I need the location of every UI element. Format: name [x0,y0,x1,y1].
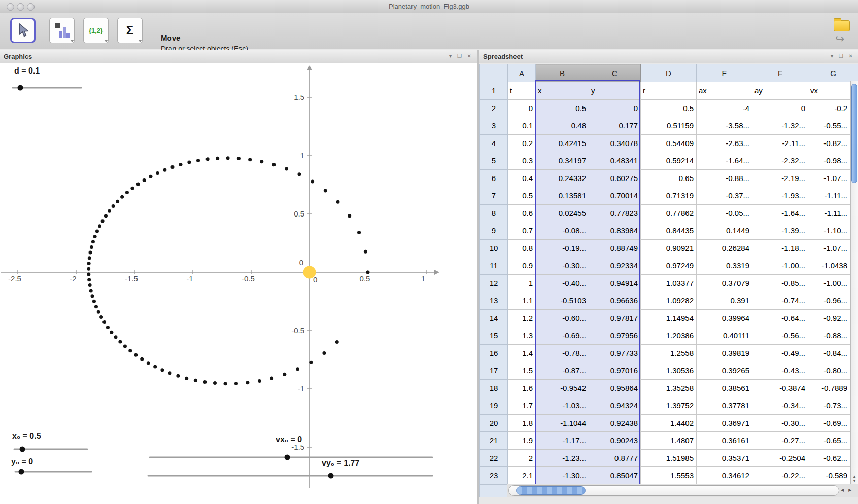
cell-F19[interactable]: -0.34... [752,397,808,415]
cell-B7[interactable]: 0.13581 [536,187,589,205]
slider-vy0-handle[interactable] [328,473,334,479]
cell-B8[interactable]: 0.02455 [536,204,589,222]
horizontal-scrollbar-thumb[interactable] [516,486,586,495]
horizontal-scrollbar-track[interactable] [508,485,839,496]
cell-D17[interactable]: 1.30536 [641,362,697,380]
cell-F14[interactable]: -0.64... [752,309,808,327]
cell-F15[interactable]: -0.56... [752,327,808,345]
cell-F10[interactable]: -1.18... [752,239,808,257]
sun-point[interactable] [303,266,316,279]
cell-A13[interactable]: 1.1 [508,292,536,310]
cell-A5[interactable]: 0.3 [508,152,536,170]
cell-E1[interactable]: ax [697,82,752,100]
row-header-6[interactable]: 6 [480,169,508,187]
cell-A19[interactable]: 1.7 [508,397,536,415]
column-header-B[interactable]: B [536,64,589,82]
cell-C16[interactable]: 0.97733 [589,344,641,362]
cell-A23[interactable]: 2.1 [508,467,536,485]
column-header-F[interactable]: F [752,64,808,82]
cell-F9[interactable]: -1.39... [752,222,808,240]
cell-B11[interactable]: -0.30... [536,257,589,275]
cell-A18[interactable]: 1.6 [508,379,536,397]
cell-D9[interactable]: 0.84435 [641,222,697,240]
column-header-D[interactable]: D [641,64,697,82]
tool-dropdown-caret[interactable] [138,40,142,42]
cell-B13[interactable]: -0.5103 [536,292,589,310]
tool-dropdown-caret[interactable] [104,40,108,42]
cell-B15[interactable]: -0.69... [536,327,589,345]
cell-F23[interactable]: -0.22... [752,467,808,485]
row-header-7[interactable]: 7 [480,187,508,205]
cell-C2[interactable]: 0 [589,99,641,117]
cell-E6[interactable]: -0.88... [697,169,752,187]
column-header-A[interactable]: A [508,64,536,82]
cell-B21[interactable]: -1.17... [536,432,589,450]
cell-C9[interactable]: 0.83984 [589,222,641,240]
cell-E22[interactable]: 0.35371 [697,449,752,467]
cell-B23[interactable]: -1.30... [536,467,589,485]
cell-A14[interactable]: 1.2 [508,309,536,327]
cell-C3[interactable]: 0.177 [589,117,641,135]
cell-C11[interactable]: 0.92334 [589,257,641,275]
cell-C19[interactable]: 0.94324 [589,397,641,415]
cell-A21[interactable]: 1.9 [508,432,536,450]
cell-B10[interactable]: -0.19... [536,239,589,257]
vertical-scrollbar-thumb[interactable] [851,84,857,183]
graphics-view[interactable]: -2.5-2-1.5-1-0.50.511.510.5-0.5-1-1.500d… [0,63,477,504]
cell-E15[interactable]: 0.40111 [697,327,752,345]
row-header-15[interactable]: 15 [480,327,508,345]
cell-E23[interactable]: 0.34612 [697,467,752,485]
cell-A4[interactable]: 0.2 [508,134,536,152]
cell-A11[interactable]: 0.9 [508,257,536,275]
cell-A1[interactable]: t [508,82,536,100]
open-file-folder-icon[interactable] [834,20,850,31]
cell-C6[interactable]: 0.60275 [589,169,641,187]
cell-E12[interactable]: 0.37079 [697,274,752,292]
cell-A7[interactable]: 0.5 [508,187,536,205]
cell-B19[interactable]: -1.03... [536,397,589,415]
cell-E11[interactable]: 0.3319 [697,257,752,275]
cell-C7[interactable]: 0.70014 [589,187,641,205]
cell-C12[interactable]: 0.94914 [589,274,641,292]
cell-B5[interactable]: 0.34197 [536,152,589,170]
cell-D2[interactable]: 0.5 [641,99,697,117]
cell-E10[interactable]: 0.26284 [697,239,752,257]
slider-d-handle[interactable] [18,85,23,91]
vertical-scroll-arrows[interactable]: ▴▾ [851,474,857,483]
cell-D6[interactable]: 0.65 [641,169,697,187]
graphics-panel-controls[interactable]: ▾ ❐ ✕ [449,53,473,59]
cell-D21[interactable]: 1.4807 [641,432,697,450]
cell-C23[interactable]: 0.85047 [589,467,641,485]
cell-A15[interactable]: 1.3 [508,327,536,345]
cell-A22[interactable]: 2 [508,449,536,467]
cell-F4[interactable]: -2.11... [752,134,808,152]
tool-dropdown-caret[interactable] [70,40,74,42]
cell-C18[interactable]: 0.95864 [589,379,641,397]
cell-C1[interactable]: y [589,82,641,100]
cell-E7[interactable]: -0.37... [697,187,752,205]
cell-E14[interactable]: 0.39964 [697,309,752,327]
cell-E13[interactable]: 0.391 [697,292,752,310]
row-header-20[interactable]: 20 [480,414,508,432]
row-header-16[interactable]: 16 [480,344,508,362]
cell-A16[interactable]: 1.4 [508,344,536,362]
horizontal-scroll-arrows[interactable]: ◂ ▸ [841,486,853,493]
cell-E3[interactable]: -3.58... [697,117,752,135]
cell-E4[interactable]: -2.63... [697,134,752,152]
cell-F11[interactable]: -1.00... [752,257,808,275]
cell-E17[interactable]: 0.39265 [697,362,752,380]
cell-C17[interactable]: 0.97016 [589,362,641,380]
cell-C5[interactable]: 0.48341 [589,152,641,170]
cell-F7[interactable]: -1.93... [752,187,808,205]
cell-D3[interactable]: 0.51159 [641,117,697,135]
row-header-18[interactable]: 18 [480,379,508,397]
cell-E5[interactable]: -1.64... [697,152,752,170]
cell-A20[interactable]: 1.8 [508,414,536,432]
row-header-17[interactable]: 17 [480,362,508,380]
row-header-12[interactable]: 12 [480,274,508,292]
cell-F6[interactable]: -2.19... [752,169,808,187]
cell-B16[interactable]: -0.78... [536,344,589,362]
cell-D22[interactable]: 1.51985 [641,449,697,467]
cell-D23[interactable]: 1.5553 [641,467,697,485]
cell-F12[interactable]: -0.85... [752,274,808,292]
